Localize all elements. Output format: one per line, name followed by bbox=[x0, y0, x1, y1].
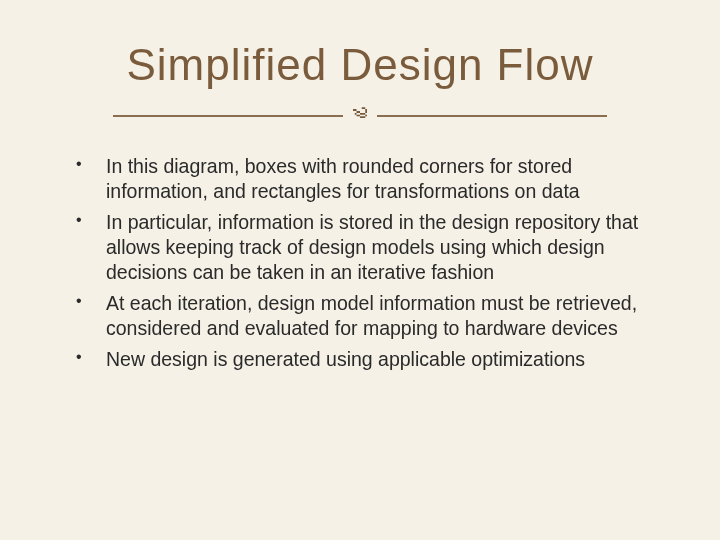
title-divider: ༄ bbox=[50, 102, 670, 130]
slide: Simplified Design Flow ༄ In this diagram… bbox=[0, 0, 720, 540]
list-item: In this diagram, boxes with rounded corn… bbox=[76, 154, 656, 204]
list-item: In particular, information is stored in … bbox=[76, 210, 656, 285]
bullet-list: In this diagram, boxes with rounded corn… bbox=[50, 154, 670, 372]
list-item: At each iteration, design model informat… bbox=[76, 291, 656, 341]
flourish-icon: ༄ bbox=[353, 102, 367, 130]
slide-title: Simplified Design Flow bbox=[50, 40, 670, 90]
divider-line-right bbox=[377, 115, 607, 117]
list-item: New design is generated using applicable… bbox=[76, 347, 656, 372]
divider-line-left bbox=[113, 115, 343, 117]
